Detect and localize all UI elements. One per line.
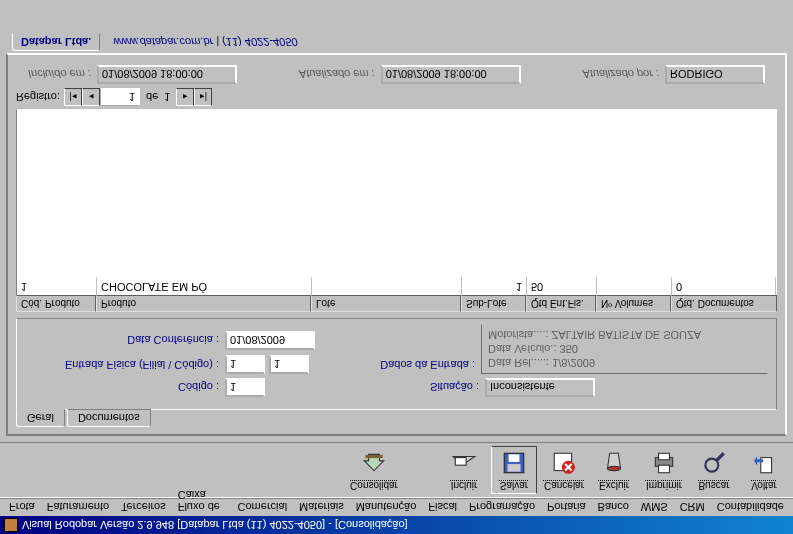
record-total: 1 — [164, 91, 170, 103]
save-icon — [500, 449, 528, 477]
entrada-fisica-label: Entrada Física (Filial \ Código) : — [25, 359, 225, 374]
gh-qtd-ent-fis[interactable]: Qtd Ent.Fis. — [526, 295, 596, 312]
audit-row: Incluído em : Atualizado em : Atualizado… — [16, 59, 777, 88]
trash-icon — [600, 449, 628, 477]
situacao-value — [485, 378, 595, 397]
entrada-fisica-codigo-input[interactable] — [269, 355, 309, 374]
dados-entrada-label: Dados da Entrada : — [371, 359, 481, 374]
menu-wms[interactable]: WMS — [636, 501, 673, 514]
atualizado-por-value — [665, 65, 765, 84]
record-total-prefix: de — [140, 91, 164, 103]
menu-terceiros[interactable]: Terceiros — [116, 501, 171, 514]
svg-point-7 — [608, 466, 621, 470]
record-prev-button[interactable]: ◂ — [82, 88, 100, 106]
menu-faturamento[interactable]: Faturamento — [42, 501, 114, 514]
tab-documentos[interactable]: Documentos — [67, 409, 151, 427]
menu-comercial[interactable]: Comercial — [233, 501, 293, 514]
svg-rect-10 — [659, 453, 670, 460]
company-bar: Datapar Ltda. www.datapar.com.br | (11) … — [6, 33, 787, 51]
imprimir-button[interactable]: Imprimir — [641, 446, 687, 494]
svg-rect-3 — [508, 464, 521, 472]
menu-crm[interactable]: CRM — [675, 501, 710, 514]
menu-programacao[interactable]: Programação — [464, 501, 540, 514]
record-next-button[interactable]: ▸ — [176, 88, 194, 106]
menu-materiais[interactable]: Materiais — [294, 501, 349, 514]
svg-rect-4 — [509, 454, 520, 462]
cell-sub-lote: 1 — [462, 277, 527, 295]
menu-banco[interactable]: Banco — [593, 501, 634, 514]
record-position[interactable]: 1 — [100, 88, 140, 106]
excluir-button[interactable]: Excluir — [591, 446, 637, 494]
cell-qtd-documentos: 0 — [672, 277, 776, 295]
gh-lote[interactable]: Lote — [311, 295, 461, 312]
grid-empty-area — [16, 109, 777, 277]
gh-qtd-documentos[interactable]: Qtd. Documentos — [671, 295, 777, 312]
situacao-label: Situação : — [415, 382, 485, 394]
record-last-button[interactable]: ▸| — [194, 88, 212, 106]
company-name: Datapar Ltda. — [12, 33, 100, 51]
svg-rect-1 — [455, 458, 466, 466]
print-icon — [650, 449, 678, 477]
record-nav-label: Registro: — [16, 91, 60, 103]
record-navigator: Registro: |◂ ◂ 1 de 1 ▸ ▸| — [16, 88, 777, 106]
gh-produto[interactable]: Produto — [96, 295, 311, 312]
excluir-label: Excluir — [599, 480, 629, 491]
incluir-button[interactable]: Incluir — [441, 446, 487, 494]
atualizado-em-value — [381, 65, 521, 84]
cell-n-volumes — [597, 277, 672, 295]
entrada-data-rel: Data Rel.....: 1/8/2009 — [488, 356, 761, 370]
tab-geral[interactable]: Geral — [16, 409, 65, 427]
window-title-bar: Visual Rodopar Versão 2.9.948 [Datapar L… — [0, 516, 793, 534]
menu-fiscal[interactable]: Fiscal — [423, 501, 462, 514]
incluido-em-label: Incluído em : — [28, 69, 91, 81]
cancel-icon — [550, 449, 578, 477]
cell-cod-produto: 1 — [17, 277, 97, 295]
svg-rect-9 — [659, 465, 670, 473]
entrada-data-veiculo: Data Veículo.: 350 — [488, 342, 761, 356]
menu-portaria[interactable]: Portaria — [542, 501, 591, 514]
incluir-label: Incluir — [451, 480, 478, 491]
menu-contabilidade[interactable]: Contabilidade — [712, 501, 789, 514]
tab-body-geral: Código : Situação : Entrada Física (Fili… — [16, 318, 777, 410]
gh-n-volumes[interactable]: Nº Volumes — [596, 295, 671, 312]
cancelar-label: Cancelar — [544, 480, 584, 491]
search-icon — [700, 449, 728, 477]
incluir-icon — [450, 449, 478, 477]
cell-qtd-ent-fis: 50 — [527, 277, 597, 295]
buscar-label: Buscar — [698, 480, 729, 491]
table-row[interactable]: 1 CHOCOLATE EM PÓ 1 50 0 — [16, 277, 777, 295]
grid-header-row: Cód. Produto Produto Lote Sub-Lote Qtd E… — [16, 295, 777, 312]
app-icon — [4, 518, 18, 532]
data-conferencia-input[interactable] — [225, 331, 315, 350]
consolidar-button[interactable]: Consolidar — [351, 446, 397, 494]
menu-fluxo-caixa[interactable]: Fluxo de Caixa — [173, 501, 231, 514]
gh-cod-produto[interactable]: Cód. Produto — [16, 295, 96, 312]
codigo-label: Código : — [25, 382, 225, 394]
toolbar: Consolidar Incluir Salvar Cancelar Exclu… — [0, 442, 793, 498]
codigo-input[interactable] — [225, 378, 265, 397]
atualizado-em-label: Atualizado em : — [299, 69, 375, 81]
content-area: Geral Documentos Código : Situação : Ent… — [0, 27, 793, 442]
salvar-button[interactable]: Salvar — [491, 446, 537, 494]
gh-sub-lote[interactable]: Sub-Lote — [461, 295, 526, 312]
voltar-label: Voltar — [751, 480, 777, 491]
cancelar-button[interactable]: Cancelar — [541, 446, 587, 494]
voltar-button[interactable]: Voltar — [741, 446, 787, 494]
atualizado-por-label: Atualizado por : — [583, 69, 659, 81]
data-conferencia-label: Data Conferência : — [25, 335, 225, 347]
record-first-button[interactable]: |◂ — [64, 88, 82, 106]
incluido-em-value — [97, 65, 237, 84]
menu-frota[interactable]: Frota — [4, 501, 40, 514]
salvar-label: Salvar — [500, 480, 528, 491]
consolidar-icon — [360, 449, 388, 477]
cell-produto: CHOCOLATE EM PÓ — [97, 277, 312, 295]
back-icon — [750, 449, 778, 477]
menu-manutencao[interactable]: Manutenção — [351, 501, 422, 514]
entrada-fisica-filial-input[interactable] — [225, 355, 265, 374]
menu-bar: Frota Faturamento Terceiros Fluxo de Cai… — [0, 498, 793, 516]
buscar-button[interactable]: Buscar — [691, 446, 737, 494]
consolidar-label: Consolidar — [350, 480, 398, 491]
window-title: Visual Rodopar Versão 2.9.948 [Datapar L… — [22, 519, 408, 531]
imprimir-label: Imprimir — [646, 480, 682, 491]
tab-strip: Geral Documentos — [16, 410, 777, 428]
